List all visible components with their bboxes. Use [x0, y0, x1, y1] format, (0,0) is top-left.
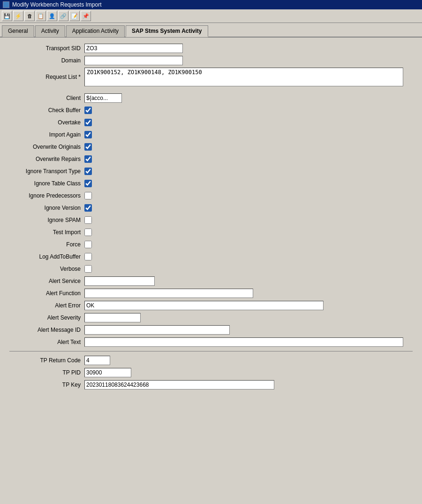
overtake-row: Overtake: [9, 117, 413, 128]
alert-severity-input[interactable]: [84, 313, 141, 322]
ignore-version-label: Ignore Version: [9, 205, 84, 211]
alert-service-row: Alert Service: [9, 276, 413, 286]
note-button[interactable]: 📝: [69, 11, 80, 21]
test-import-label: Test Import: [9, 229, 84, 236]
ignore-version-checkbox[interactable]: [84, 204, 92, 212]
verbose-row: Verbose: [9, 264, 413, 274]
alert-message-id-input[interactable]: [84, 325, 230, 335]
overwrite-repairs-label: Overwrite Repairs: [9, 156, 84, 162]
delete-button[interactable]: 🗑: [24, 11, 35, 21]
client-label: Client: [9, 95, 84, 101]
domain-label: Domain: [9, 57, 84, 64]
alert-error-input[interactable]: [84, 301, 324, 310]
alert-text-input[interactable]: [84, 337, 403, 347]
alert-function-input[interactable]: [84, 289, 253, 298]
alert-severity-label: Alert Severity: [9, 314, 84, 321]
transport-sid-row: Transport SID: [9, 43, 413, 53]
title-bar: Modify Workbench Requests Import: [0, 0, 422, 9]
alert-error-label: Alert Error: [9, 302, 84, 309]
overwrite-originals-checkbox[interactable]: [84, 143, 92, 151]
overwrite-repairs-checkbox[interactable]: [84, 155, 92, 163]
tab-activity[interactable]: Activity: [35, 25, 65, 37]
ignore-spam-row: Ignore SPAM: [9, 215, 413, 225]
execute-button[interactable]: ⚡: [13, 11, 23, 21]
tab-sap-stms[interactable]: SAP Stms System Activity: [126, 25, 208, 37]
log-add-to-buffer-row: Log AddToBuffer: [9, 252, 413, 262]
verbose-checkbox[interactable]: [84, 265, 92, 273]
ignore-spam-label: Ignore SPAM: [9, 217, 84, 223]
link-button[interactable]: 🔗: [58, 11, 68, 21]
import-again-checkbox[interactable]: [84, 131, 92, 138]
alert-service-label: Alert Service: [9, 278, 84, 284]
tp-pid-input[interactable]: [84, 368, 131, 377]
force-checkbox[interactable]: [84, 241, 92, 248]
toolbar: 💾 ⚡ 🗑 📋 👤 🔗 📝 📌: [0, 9, 422, 23]
tp-return-code-label: TP Return Code: [9, 357, 84, 364]
overtake-label: Overtake: [9, 119, 84, 126]
user-button[interactable]: 👤: [47, 11, 57, 21]
client-row: Client: [9, 93, 413, 103]
tp-pid-label: TP PID: [9, 369, 84, 376]
test-import-row: Test Import: [9, 227, 413, 237]
tab-application-activity[interactable]: Application Activity: [66, 25, 125, 37]
ignore-version-row: Ignore Version: [9, 203, 413, 213]
alert-severity-row: Alert Severity: [9, 313, 413, 323]
check-buffer-row: Check Buffer: [9, 105, 413, 115]
alert-service-input[interactable]: [84, 276, 155, 286]
copy-button[interactable]: 📋: [36, 11, 46, 21]
tab-general[interactable]: General: [2, 25, 34, 37]
request-list-row: Request List ZO1K900152, ZO1K900148, ZO1…: [9, 68, 413, 86]
verbose-label: Verbose: [9, 266, 84, 272]
tp-return-code-row: TP Return Code: [9, 355, 413, 366]
check-buffer-label: Check Buffer: [9, 107, 84, 114]
import-again-row: Import Again: [9, 130, 413, 140]
request-list-label: Request List: [9, 74, 84, 80]
tabs-row: General Activity Application Activity SA…: [0, 23, 422, 38]
window-title: Modify Workbench Requests Import: [12, 1, 102, 8]
import-again-label: Import Again: [9, 131, 84, 138]
ignore-table-class-label: Ignore Table Class: [9, 180, 84, 187]
ignore-table-class-checkbox[interactable]: [84, 180, 92, 187]
ignore-predecessors-label: Ignore Predecessors: [9, 192, 84, 199]
alert-function-label: Alert Function: [9, 290, 84, 297]
alert-function-row: Alert Function: [9, 288, 413, 298]
ignore-transport-type-checkbox[interactable]: [84, 168, 92, 175]
force-row: Force: [9, 239, 413, 250]
ignore-transport-type-label: Ignore Transport Type: [9, 168, 84, 175]
alert-message-id-label: Alert Message ID: [9, 327, 84, 333]
overtake-checkbox[interactable]: [84, 119, 92, 126]
tp-pid-row: TP PID: [9, 367, 413, 378]
alert-error-row: Alert Error: [9, 300, 413, 311]
pin-button[interactable]: 📌: [81, 11, 91, 21]
transport-sid-label: Transport SID: [9, 45, 84, 52]
ignore-transport-type-row: Ignore Transport Type: [9, 166, 413, 176]
alert-text-row: Alert Text: [9, 337, 413, 347]
ignore-predecessors-row: Ignore Predecessors: [9, 191, 413, 201]
log-add-to-buffer-label: Log AddToBuffer: [9, 253, 84, 260]
ignore-predecessors-checkbox[interactable]: [84, 192, 92, 199]
ignore-spam-checkbox[interactable]: [84, 216, 92, 224]
client-input[interactable]: [84, 93, 122, 103]
domain-row: Domain: [9, 55, 413, 66]
app-icon: [3, 1, 9, 8]
overwrite-repairs-row: Overwrite Repairs: [9, 154, 413, 164]
save-button[interactable]: 💾: [2, 11, 12, 21]
domain-input[interactable]: [84, 56, 183, 65]
log-add-to-buffer-checkbox[interactable]: [84, 253, 92, 260]
ignore-table-class-row: Ignore Table Class: [9, 178, 413, 189]
alert-text-label: Alert Text: [9, 339, 84, 345]
alert-message-id-row: Alert Message ID: [9, 325, 413, 335]
form-content: Transport SID Domain Request List ZO1K90…: [0, 38, 422, 397]
overwrite-originals-label: Overwrite Originals: [9, 144, 84, 150]
test-import-checkbox[interactable]: [84, 229, 92, 236]
request-list-input[interactable]: ZO1K900152, ZO1K900148, ZO1K900150: [84, 68, 403, 86]
tp-key-row: TP Key: [9, 380, 413, 390]
check-buffer-checkbox[interactable]: [84, 107, 92, 114]
overwrite-originals-row: Overwrite Originals: [9, 142, 413, 152]
transport-sid-input[interactable]: [84, 44, 183, 53]
force-label: Force: [9, 241, 84, 248]
tp-key-input[interactable]: [84, 380, 274, 389]
tp-key-label: TP Key: [9, 382, 84, 388]
tp-return-code-input[interactable]: [84, 356, 110, 365]
